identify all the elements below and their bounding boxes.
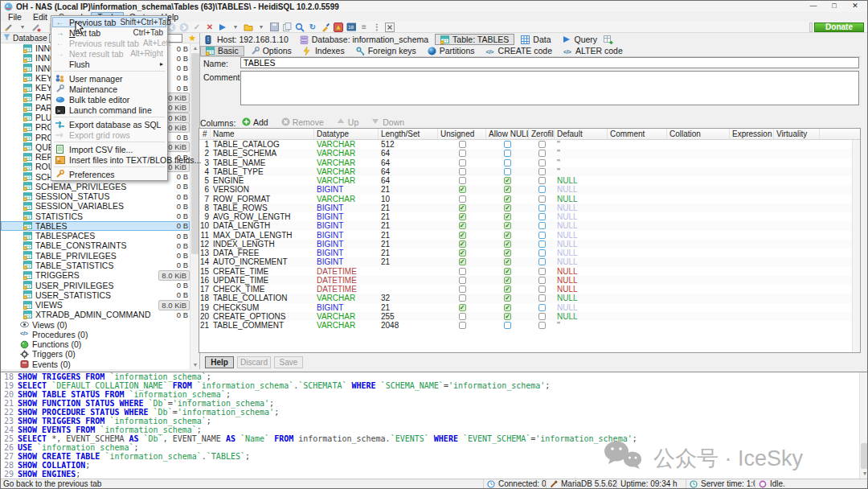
column-default[interactable]: NULL	[555, 185, 608, 194]
tools-menu-item-preferences[interactable]: Preferences	[52, 169, 166, 179]
column-length[interactable]	[379, 267, 438, 276]
column-collation[interactable]	[667, 276, 730, 285]
column-name[interactable]: VERSION	[211, 185, 314, 194]
column-length[interactable]: 64	[379, 167, 438, 176]
sidebar-table-session_variables[interactable]: SESSION_VARIABLES0 B	[1, 201, 190, 211]
column-virtuality[interactable]	[774, 221, 820, 230]
row-number[interactable]: 13	[200, 249, 211, 257]
checkbox-checked[interactable]: ✓	[504, 258, 511, 265]
column-virtuality[interactable]	[774, 321, 820, 330]
checkbox-checked[interactable]: ✓	[459, 204, 466, 212]
checkbox-unchecked[interactable]	[538, 286, 546, 293]
column-row-version[interactable]: 6VERSIONBIGINT21✓✓NULL	[199, 185, 852, 194]
column-default[interactable]: NULL	[555, 303, 608, 312]
row-number[interactable]: 20	[200, 312, 211, 321]
checkbox-unchecked[interactable]	[538, 141, 546, 148]
checkbox-checked[interactable]: ✓	[504, 213, 511, 220]
tools-menu-item-user-manager[interactable]: User manager	[52, 73, 166, 84]
tools-menu-item-insert-files-into-text-blob-fields[interactable]: Insert files into TEXT/BLOB fields...	[52, 154, 166, 165]
row-number[interactable]: 11	[200, 231, 211, 240]
checkbox-checked[interactable]: ✓	[459, 232, 466, 239]
tools-menu-item-flush[interactable]: Flush▸	[52, 59, 166, 69]
column-expression[interactable]	[730, 257, 774, 266]
tab-database[interactable]: Database: information_schema	[295, 34, 433, 45]
subtab-indexes[interactable]: Indexes	[298, 46, 350, 56]
row-number[interactable]: 14	[200, 257, 211, 266]
checkbox-checked[interactable]: ✓	[504, 286, 511, 293]
sidebar-table-views[interactable]: VIEWS8.0 KiB	[1, 300, 190, 310]
column-comment[interactable]	[608, 195, 667, 203]
column-expression[interactable]	[730, 158, 774, 167]
column-length[interactable]: 10	[379, 195, 438, 203]
column-datatype[interactable]: BIGINT	[314, 221, 379, 230]
column-virtuality[interactable]	[774, 249, 820, 257]
checkbox-checked[interactable]: ✓	[459, 240, 466, 248]
checkbox-checked[interactable]: ✓	[459, 186, 466, 193]
checkbox-unchecked[interactable]	[538, 177, 546, 184]
sidebar-table-user_privileges[interactable]: USER_PRIVILEGES0 B	[1, 280, 190, 290]
column-virtuality[interactable]	[774, 195, 820, 203]
column-datatype[interactable]: BIGINT	[314, 212, 379, 221]
checkbox-unchecked[interactable]	[504, 159, 511, 166]
column-expression[interactable]	[730, 203, 774, 212]
table-name-input[interactable]	[240, 57, 859, 68]
column-length[interactable]: 21	[379, 303, 438, 312]
column-virtuality[interactable]	[774, 167, 820, 176]
column-row-table_schema[interactable]: 2TABLE_SCHEMAVARCHAR64''	[199, 149, 852, 158]
warning-icon[interactable]	[334, 23, 343, 32]
checkbox-checked[interactable]: ✓	[459, 249, 466, 257]
checkbox-unchecked[interactable]	[538, 159, 546, 166]
column-name[interactable]: TABLE_COLLATION	[211, 294, 314, 302]
close-icon[interactable]: ✕	[845, 1, 866, 12]
column-header-allownull[interactable]: Allow NULL	[486, 129, 529, 139]
subtab-create-code[interactable]: </>CREATE code	[481, 46, 558, 56]
cancel-icon[interactable]: ✕	[205, 23, 215, 32]
column-default[interactable]: ''	[555, 158, 608, 167]
checkbox-unchecked[interactable]	[538, 222, 546, 229]
column-row-engine[interactable]: 5ENGINEVARCHAR64✓NULL	[199, 176, 852, 185]
column-name[interactable]: TABLE_NAME	[211, 158, 314, 167]
column-row-table_rows[interactable]: 8TABLE_ROWSBIGINT21✓✓NULL	[199, 203, 852, 212]
column-datatype[interactable]: VARCHAR	[314, 176, 379, 185]
column-datatype[interactable]: VARCHAR	[314, 294, 379, 302]
column-expression[interactable]	[730, 212, 774, 221]
column-length[interactable]: 21	[379, 185, 438, 194]
column-datatype[interactable]: VARCHAR	[314, 167, 379, 176]
checkbox-unchecked[interactable]	[459, 159, 466, 166]
checkbox-checked[interactable]: ✓	[504, 277, 511, 284]
column-comment[interactable]	[608, 176, 667, 185]
tab-host[interactable]: Host: 192.168.1.10	[200, 34, 293, 45]
checkbox-unchecked[interactable]	[538, 268, 546, 275]
sidebar-table-xtradb_admin_command[interactable]: XTRADB_ADMIN_COMMAND0 B	[1, 310, 190, 319]
column-collation[interactable]	[667, 149, 730, 158]
checkbox-unchecked[interactable]	[538, 168, 546, 175]
column-default[interactable]: NULL	[555, 276, 608, 285]
column-datatype[interactable]: VARCHAR	[314, 321, 379, 330]
checkbox-checked[interactable]: ✓	[459, 258, 466, 265]
checkbox-unchecked[interactable]	[538, 313, 546, 320]
checkbox-unchecked[interactable]	[459, 322, 466, 329]
grid-scrollbar[interactable]	[852, 140, 860, 352]
column-virtuality[interactable]	[774, 231, 820, 240]
column-expression[interactable]	[730, 149, 774, 158]
checkbox-unchecked[interactable]	[459, 277, 466, 284]
row-number[interactable]: 8	[200, 203, 211, 212]
checkbox-checked[interactable]: ✓	[504, 204, 511, 212]
column-collation[interactable]	[667, 249, 730, 257]
column-header-default[interactable]: Default	[555, 129, 608, 139]
checkbox-unchecked[interactable]	[459, 141, 466, 148]
column-name[interactable]: TABLE_COMMENT	[211, 321, 314, 330]
column-default[interactable]: NULL	[555, 195, 608, 203]
checkbox-unchecked[interactable]	[459, 313, 466, 320]
column-default[interactable]: NULL	[555, 176, 608, 185]
sidebar-item-procedures[interactable]: </>Procedures (0)	[1, 330, 190, 339]
sidebar-table-triggers[interactable]: TRIGGERS8.0 KiB	[1, 270, 190, 280]
column-expression[interactable]	[730, 303, 774, 312]
menu-file[interactable]: File	[2, 12, 27, 22]
checkbox-unchecked[interactable]	[459, 286, 466, 293]
column-default[interactable]: NULL	[555, 231, 608, 240]
subtab-options[interactable]: Options	[246, 46, 297, 56]
column-default[interactable]: ''	[555, 140, 608, 149]
row-number[interactable]: 3	[200, 158, 211, 167]
column-name[interactable]: DATA_FREE	[211, 249, 314, 257]
